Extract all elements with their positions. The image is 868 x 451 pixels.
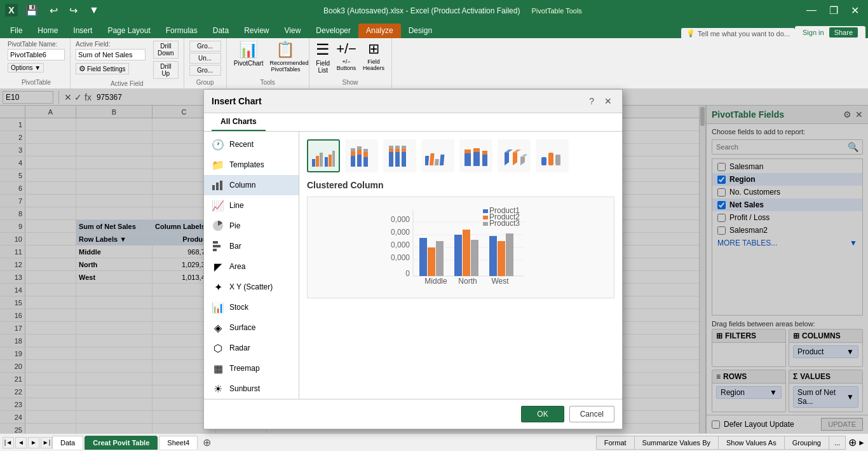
field-settings-button[interactable]: ⚙ Field Settings — [76, 63, 129, 74]
scrollbar-thumb[interactable] — [700, 107, 705, 126]
tab-analyze[interactable]: Analyze — [358, 24, 401, 38]
pivot-field-region-checkbox[interactable] — [717, 176, 726, 184]
pivot-rows-region-item[interactable]: Region ▼ — [716, 386, 782, 399]
sign-in-btn[interactable]: Sign in — [803, 29, 824, 36]
bottom-tab-format[interactable]: Format — [596, 436, 634, 450]
chart-type-pie[interactable]: Pie — [204, 216, 299, 236]
nav-right-tabs-button[interactable]: ► — [858, 438, 865, 447]
chart-variant-clustered[interactable] — [307, 139, 340, 172]
pivot-field-salesman2[interactable]: Salesman2 — [712, 224, 862, 237]
vertical-scrollbar[interactable] — [699, 106, 705, 433]
pivot-columns-product-item[interactable]: Product ▼ — [793, 345, 858, 358]
group-button[interactable]: Gro... — [189, 41, 221, 52]
chart-type-stock[interactable]: 📊 Stock — [204, 297, 299, 317]
pivot-field-netsales-checkbox[interactable] — [717, 201, 726, 209]
pivot-field-region[interactable]: Region — [712, 173, 862, 186]
chart-type-area[interactable]: ◤ Area — [204, 256, 299, 277]
chart-variant-stacked[interactable] — [345, 139, 378, 172]
pivot-field-salesman2-checkbox[interactable] — [717, 226, 726, 235]
bottom-tab-show-values[interactable]: Show Values As — [718, 436, 784, 450]
pivot-panel-close-icon[interactable]: ✕ — [855, 109, 863, 120]
nav-prev-button[interactable]: ◄ — [15, 437, 27, 448]
customize-qat-button[interactable]: ▼ — [85, 3, 103, 17]
undo-button[interactable]: ↩ — [46, 3, 62, 18]
pivot-field-profit[interactable]: Profit / Loss — [712, 211, 862, 224]
chart-type-templates[interactable]: 📁 Templates — [204, 155, 299, 175]
tab-page-layout[interactable]: Page Layout — [100, 24, 158, 38]
drill-up-button[interactable]: DrillUp — [153, 61, 179, 79]
nav-first-button[interactable]: |◄ — [3, 437, 14, 448]
pivot-field-netsales[interactable]: Net Sales — [712, 198, 862, 211]
bottom-tab-summarize[interactable]: Summarize Values By — [634, 436, 718, 450]
add-tab-button[interactable]: ⊕ — [848, 436, 857, 448]
share-btn[interactable]: Share — [829, 27, 858, 38]
tab-formulas[interactable]: Formulas — [158, 24, 205, 38]
dialog-tab-all-charts[interactable]: All Charts — [212, 113, 266, 131]
chart-type-sunburst[interactable]: ☀ Sunburst — [204, 378, 299, 399]
chart-variant-cylinder[interactable] — [536, 139, 569, 172]
pivot-columns-product-dropdown-icon[interactable]: ▼ — [846, 347, 854, 356]
pivot-search-input[interactable] — [712, 143, 844, 151]
chart-type-recent[interactable]: 🕐 Recent — [204, 134, 299, 155]
tab-review[interactable]: Review — [236, 24, 276, 38]
minimize-button[interactable]: — — [803, 3, 820, 17]
chart-variant-3d-stacked[interactable] — [459, 139, 492, 172]
ok-button[interactable]: OK — [521, 406, 564, 422]
nav-next-button[interactable]: ► — [28, 437, 39, 448]
tell-me-text[interactable]: Tell me what you want to do... — [698, 30, 790, 38]
sheet-tab-sheet4[interactable]: Sheet4 — [159, 436, 198, 449]
drill-down-button[interactable]: DrillDown — [153, 41, 179, 59]
chart-variant-3d-column[interactable] — [498, 139, 531, 172]
add-sheet-button[interactable]: ⊕ — [199, 436, 215, 448]
chart-type-line[interactable]: 📈 Line — [204, 195, 299, 216]
tab-home[interactable]: Home — [30, 24, 65, 38]
chart-type-treemap[interactable]: ▦ Treemap — [204, 358, 299, 378]
options-button[interactable]: Options ▼ — [8, 63, 44, 73]
tab-insert[interactable]: Insert — [65, 24, 100, 38]
chart-type-column[interactable]: Column — [204, 175, 299, 195]
pivot-field-profit-checkbox[interactable] — [717, 214, 726, 222]
sheet-tab-data[interactable]: Data — [52, 436, 83, 449]
pivot-rows-region-dropdown-icon[interactable]: ▼ — [770, 388, 777, 397]
pivottable-name-input[interactable] — [8, 49, 65, 60]
cancel-formula-icon[interactable]: ✕ — [64, 92, 72, 102]
tab-data[interactable]: Data — [205, 24, 236, 38]
pivot-panel-settings-icon[interactable]: ⚙ — [843, 109, 851, 120]
chart-variant-3d-clustered[interactable] — [421, 139, 454, 172]
pivot-values-netsales-dropdown-icon[interactable]: ▼ — [846, 392, 854, 401]
col-header-b[interactable]: B — [76, 106, 153, 118]
chart-variant-100stacked[interactable] — [383, 139, 416, 172]
tab-file[interactable]: File — [3, 24, 30, 38]
pivot-field-more-tables[interactable]: MORE TABLES... ▼ — [712, 237, 862, 249]
chart-type-radar[interactable]: ⬡ Radar — [204, 338, 299, 358]
confirm-formula-icon[interactable]: ✓ — [74, 92, 82, 102]
tab-view[interactable]: View — [277, 24, 309, 38]
chart-type-bar[interactable]: Bar — [204, 236, 299, 256]
sheet-tab-creat-povit-table[interactable]: Creat Povit Table — [85, 436, 158, 450]
restore-button[interactable]: ❐ — [825, 3, 842, 18]
save-button[interactable]: 💾 — [22, 3, 42, 18]
bottom-tab-grouping[interactable]: Grouping — [784, 436, 829, 450]
chart-type-scatter[interactable]: ✦ X Y (Scatter) — [204, 277, 299, 297]
active-field-input[interactable] — [76, 49, 146, 60]
dialog-help-button[interactable]: ? — [587, 95, 597, 108]
chart-type-surface[interactable]: ◈ Surface — [204, 317, 299, 338]
more-tabs-button[interactable]: ... — [829, 436, 846, 450]
pivot-field-customers-checkbox[interactable] — [717, 188, 726, 197]
pivot-values-netsales-item[interactable]: Sum of Net Sa... ▼ — [793, 386, 858, 408]
insert-function-icon[interactable]: fx — [85, 92, 92, 102]
dialog-close-button[interactable]: ✕ — [602, 95, 614, 108]
close-button[interactable]: ✕ — [847, 3, 863, 18]
ungroup-button[interactable]: Un... — [189, 53, 221, 64]
update-button[interactable]: UPDATE — [821, 418, 863, 431]
defer-layout-checkbox[interactable] — [712, 420, 720, 429]
cancel-button[interactable]: Cancel — [569, 406, 614, 422]
tab-design[interactable]: Design — [401, 24, 440, 38]
pivot-field-customers[interactable]: No. Customers — [712, 186, 862, 198]
tab-developer[interactable]: Developer — [308, 24, 358, 38]
gro2-button[interactable]: Gro... — [189, 65, 221, 76]
pivot-field-salesman[interactable]: Salesman — [712, 160, 862, 173]
col-header-a[interactable]: A — [25, 106, 76, 118]
nav-last-button[interactable]: ►| — [41, 437, 52, 448]
redo-button[interactable]: ↪ — [65, 3, 81, 18]
